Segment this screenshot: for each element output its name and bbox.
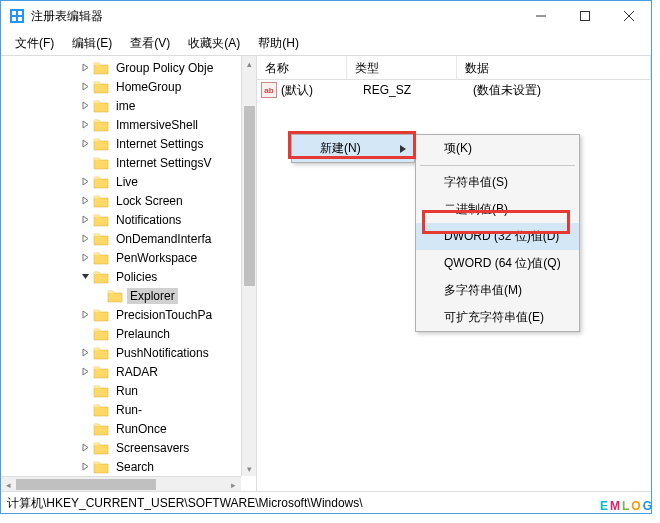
- svg-marker-24: [83, 463, 88, 470]
- context-submenu-new: 项(K)字符串值(S)二进制值(B)DWORD (32 位)值(D)QWORD …: [415, 134, 580, 332]
- menu-file[interactable]: 文件(F): [7, 32, 62, 55]
- tree-item[interactable]: Search: [3, 457, 256, 476]
- menubar: 文件(F) 编辑(E) 查看(V) 收藏夹(A) 帮助(H): [1, 31, 651, 55]
- folder-icon: [107, 289, 123, 303]
- expander-icon[interactable]: [79, 309, 91, 321]
- tree-item[interactable]: Live: [3, 172, 256, 191]
- tree-label: Policies: [113, 269, 160, 285]
- tree-label: HomeGroup: [113, 79, 184, 95]
- svg-marker-17: [83, 235, 88, 242]
- string-value-icon: ab: [261, 82, 277, 98]
- menu-view[interactable]: 查看(V): [122, 32, 178, 55]
- folder-icon: [93, 156, 109, 170]
- tree-item[interactable]: ime: [3, 96, 256, 115]
- tree-item[interactable]: PrecisionTouchPa: [3, 305, 256, 324]
- tree-item[interactable]: Run: [3, 381, 256, 400]
- svg-marker-21: [83, 349, 88, 356]
- expander-icon[interactable]: [79, 81, 91, 93]
- tree-label: Run-: [113, 402, 145, 418]
- submenu-item[interactable]: 多字符串值(M): [416, 277, 579, 304]
- tree-item[interactable]: ImmersiveShell: [3, 115, 256, 134]
- expander-icon[interactable]: [79, 442, 91, 454]
- close-button[interactable]: [607, 2, 651, 30]
- expander-icon[interactable]: [79, 461, 91, 473]
- expander-icon[interactable]: [79, 62, 91, 74]
- tree-item[interactable]: PenWorkspace: [3, 248, 256, 267]
- menu-new[interactable]: 新建(N): [292, 135, 414, 162]
- tree-item[interactable]: Policies: [3, 267, 256, 286]
- expander-icon[interactable]: [79, 271, 91, 283]
- expander-icon[interactable]: [79, 176, 91, 188]
- tree-label: PushNotifications: [113, 345, 212, 361]
- svg-marker-10: [83, 83, 88, 90]
- svg-rect-1: [12, 11, 16, 15]
- folder-icon: [93, 118, 109, 132]
- list-row[interactable]: ab (默认) REG_SZ (数值未设置): [257, 80, 651, 100]
- submenu-item[interactable]: 字符串值(S): [416, 169, 579, 196]
- column-type[interactable]: 类型: [347, 56, 457, 79]
- tree-item[interactable]: Prelaunch: [3, 324, 256, 343]
- submenu-item[interactable]: 项(K): [416, 135, 579, 162]
- expander-icon[interactable]: [79, 385, 91, 397]
- expander-icon[interactable]: [79, 328, 91, 340]
- tree-label: ime: [113, 98, 138, 114]
- folder-icon: [93, 308, 109, 322]
- scroll-right-icon[interactable]: ▸: [226, 477, 241, 491]
- svg-marker-15: [83, 197, 88, 204]
- expander-icon[interactable]: [79, 214, 91, 226]
- expander-icon[interactable]: [79, 100, 91, 112]
- scroll-thumb[interactable]: [16, 479, 156, 490]
- scroll-left-icon[interactable]: ◂: [1, 477, 16, 491]
- tree-item[interactable]: Run-: [3, 400, 256, 419]
- submenu-item[interactable]: 可扩充字符串值(E): [416, 304, 579, 331]
- tree-item[interactable]: RunOnce: [3, 419, 256, 438]
- tree-item[interactable]: PushNotifications: [3, 343, 256, 362]
- submenu-item[interactable]: DWORD (32 位)值(D): [416, 223, 579, 250]
- expander-icon[interactable]: [79, 252, 91, 264]
- menu-edit[interactable]: 编辑(E): [64, 32, 120, 55]
- tree-item[interactable]: Notifications: [3, 210, 256, 229]
- submenu-item[interactable]: 二进制值(B): [416, 196, 579, 223]
- menu-favorites[interactable]: 收藏夹(A): [180, 32, 248, 55]
- expander-icon[interactable]: [79, 404, 91, 416]
- svg-marker-23: [83, 444, 88, 451]
- scroll-down-icon[interactable]: ▾: [242, 461, 257, 476]
- tree-item[interactable]: Screensavers: [3, 438, 256, 457]
- tree-pane: Group Policy ObjeHomeGroupimeImmersiveSh…: [1, 56, 257, 491]
- tree-item[interactable]: Internet SettingsV: [3, 153, 256, 172]
- expander-icon[interactable]: [79, 233, 91, 245]
- tree-item[interactable]: Internet Settings: [3, 134, 256, 153]
- expander-icon[interactable]: [79, 347, 91, 359]
- svg-marker-22: [83, 368, 88, 375]
- tree-horizontal-scrollbar[interactable]: ◂ ▸: [1, 476, 241, 491]
- tree-item[interactable]: Lock Screen: [3, 191, 256, 210]
- expander-icon[interactable]: [79, 366, 91, 378]
- statusbar: 计算机\HKEY_CURRENT_USER\SOFTWARE\Microsoft…: [1, 491, 651, 513]
- expander-icon[interactable]: [79, 157, 91, 169]
- tree-item[interactable]: RADAR: [3, 362, 256, 381]
- tree-label: PenWorkspace: [113, 250, 200, 266]
- folder-icon: [93, 460, 109, 474]
- expander-icon[interactable]: [79, 119, 91, 131]
- scroll-thumb[interactable]: [244, 106, 255, 286]
- submenu-item[interactable]: QWORD (64 位)值(Q): [416, 250, 579, 277]
- minimize-button[interactable]: [519, 2, 563, 30]
- expander-icon[interactable]: [93, 290, 105, 302]
- context-menu-new: 新建(N): [291, 134, 415, 163]
- titlebar: 注册表编辑器: [1, 1, 651, 31]
- expander-icon[interactable]: [79, 138, 91, 150]
- column-name[interactable]: 名称: [257, 56, 347, 79]
- maximize-button[interactable]: [563, 2, 607, 30]
- folder-icon: [93, 270, 109, 284]
- tree-item[interactable]: Explorer: [3, 286, 256, 305]
- column-data[interactable]: 数据: [457, 56, 651, 79]
- menu-help[interactable]: 帮助(H): [250, 32, 307, 55]
- tree-item[interactable]: OnDemandInterfa: [3, 229, 256, 248]
- expander-icon[interactable]: [79, 195, 91, 207]
- tree-vertical-scrollbar[interactable]: ▴ ▾: [241, 56, 256, 476]
- scroll-up-icon[interactable]: ▴: [242, 56, 257, 71]
- tree-item[interactable]: Group Policy Obje: [3, 58, 256, 77]
- expander-icon[interactable]: [79, 423, 91, 435]
- tree-item[interactable]: HomeGroup: [3, 77, 256, 96]
- tree-label: ImmersiveShell: [113, 117, 201, 133]
